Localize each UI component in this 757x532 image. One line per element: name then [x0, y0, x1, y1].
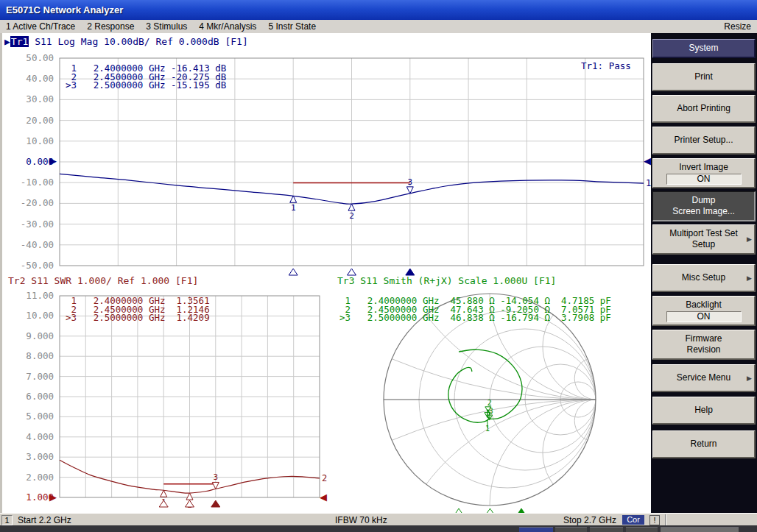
- app-window: E5071C Network Analyzer 1 Active Ch/Trac…: [0, 0, 757, 532]
- y-tick-label: -40.00: [21, 240, 54, 249]
- y-tick-label: 3.000: [26, 452, 54, 461]
- svg-text:1: 1: [291, 203, 296, 213]
- tr2-chart: 2123: [60, 296, 334, 512]
- softkey-invert-image-state: ON: [666, 174, 742, 185]
- softkey-label: Dump: [691, 195, 715, 206]
- tr3-smith-chart: 123: [334, 291, 650, 513]
- tr1-chart: 1123: [60, 58, 651, 280]
- y-tick-label: 6.000: [26, 391, 54, 401]
- active-trace-arrow-icon: ▶: [4, 36, 10, 47]
- softkey-service-menu[interactable]: Service Menu▶: [652, 364, 756, 392]
- alert-indicator: !: [649, 515, 660, 525]
- y-tick-label: 40.00: [26, 74, 54, 83]
- softkey-multiport-test-set-setup[interactable]: Multiport Test SetSetup▶: [652, 224, 756, 255]
- softkey-printer-setup[interactable]: Printer Setup...: [652, 127, 756, 155]
- svg-text:2: 2: [349, 211, 354, 221]
- tr1-badge: Tr1: [10, 36, 29, 47]
- softkey-backlight[interactable]: BacklightON: [652, 296, 756, 326]
- menu-item-4[interactable]: 4 Mkr/Analysis: [193, 21, 262, 32]
- y-tick-label: 10.00: [26, 311, 54, 320]
- svg-text:3: 3: [489, 407, 493, 415]
- status-bar: 1 Start 2.2 GHz IFBW 70 kHz Stop 2.7 GHz…: [0, 513, 757, 526]
- tr1-marker-readout: 1 2.4000000 GHz -16.413 dB 2 2.4500000 G…: [66, 64, 226, 90]
- tr2-marker-readout: 1 2.4000000 GHz 1.3561 2 2.4500000 GHz 1…: [66, 297, 210, 322]
- window-title: E5071C Network Analyzer: [0, 4, 123, 15]
- y-tick-label: 11.00: [26, 291, 54, 300]
- softkey-system[interactable]: System: [652, 39, 756, 58]
- start-frequency-label: Start 2.2 GHz: [18, 515, 71, 525]
- softkey-label: Print: [694, 71, 713, 82]
- y-tick-label: 2.000: [26, 472, 54, 482]
- softkey-dump-screen-image[interactable]: DumpScreen Image...: [652, 191, 756, 221]
- tr2-y-axis: 11.0010.009.0008.0007.0006.0005.0004.000…: [2, 296, 55, 497]
- taskbar-segment: [590, 527, 623, 532]
- softkey-label: Service Menu: [677, 372, 730, 383]
- svg-text:1: 1: [485, 425, 490, 433]
- y-tick-label: -30.00: [21, 219, 54, 229]
- svg-text:2: 2: [487, 399, 492, 407]
- taskbar-partial: [0, 525, 757, 532]
- softkey-return[interactable]: Return: [652, 430, 756, 458]
- resize-button[interactable]: Resize: [724, 21, 757, 32]
- softkey-firmware-revision[interactable]: FirmwareRevision: [652, 330, 756, 360]
- y-tick-label: 7.000: [26, 372, 54, 381]
- softkey-label: Setup: [692, 239, 715, 250]
- display-area: ▶Tr1 S11 Log Mag 10.00dB/ Ref 0.000dB [F…: [0, 33, 651, 513]
- menu-item-1[interactable]: 1 Active Ch/Trace: [0, 21, 81, 32]
- correction-badge: Cor: [622, 515, 644, 525]
- y-tick-label: 5.000: [26, 411, 54, 421]
- channel-indicator: 1: [1, 515, 13, 525]
- softkey-label: Return: [690, 439, 716, 450]
- tr1-header[interactable]: ▶Tr1 S11 Log Mag 10.00dB/ Ref 0.000dB [F…: [4, 37, 248, 46]
- y-tick-label: 50.00: [26, 53, 54, 63]
- svg-text:1: 1: [646, 178, 651, 188]
- y-tick-label: -20.00: [21, 198, 54, 208]
- taskbar-segment: [555, 527, 587, 532]
- tr2-ref-level-arrow-right-icon: ◀: [320, 492, 327, 503]
- tr1-limit-status: Tr1: Pass: [581, 60, 631, 71]
- y-tick-label: 10.00: [26, 136, 54, 146]
- status-divider: [665, 514, 666, 525]
- softkey-backlight-state: ON: [666, 311, 742, 322]
- stop-frequency-label: Stop 2.7 GHz: [563, 515, 616, 525]
- menu-bar: 1 Active Ch/Trace2 Response3 Stimulus4 M…: [0, 20, 757, 34]
- softkey-help[interactable]: Help: [652, 397, 756, 425]
- tr3-marker-readout: 1 2.4000000 GHz 45.880 Ω -14.054 Ω 4.718…: [339, 297, 611, 322]
- taskbar-segment: [626, 527, 658, 532]
- tr2-ref-level-arrow-left-icon: ▶: [49, 492, 57, 503]
- y-tick-label: -50.00: [21, 260, 54, 270]
- submenu-arrow-icon: ▶: [747, 234, 752, 245]
- softkey-invert-image[interactable]: Invert ImageON: [652, 158, 756, 188]
- y-tick-label: 9.000: [26, 331, 54, 341]
- softkey-abort-printing[interactable]: Abort Printing: [652, 95, 756, 123]
- y-tick-label: 4.000: [26, 432, 54, 441]
- softkey-label: System: [689, 43, 718, 54]
- softkey-label: Invert Image: [679, 162, 728, 173]
- tr1-ref-level-arrow-left-icon: ▶: [49, 156, 57, 166]
- svg-text:3: 3: [407, 177, 412, 187]
- tr1-ref-level-arrow-right-icon: ◀: [644, 156, 651, 166]
- menu-item-2[interactable]: 2 Response: [81, 21, 140, 32]
- softkey-misc-setup[interactable]: Misc Setup▶: [652, 264, 756, 292]
- softkey-print[interactable]: Print: [652, 63, 756, 91]
- softkey-label: Misc Setup: [682, 272, 725, 283]
- y-tick-label: 30.00: [26, 94, 54, 104]
- svg-text:2: 2: [322, 473, 327, 483]
- ifbw-label: IFBW 70 kHz: [335, 515, 387, 525]
- submenu-arrow-icon: ▶: [747, 372, 752, 383]
- y-tick-label: 20.00: [26, 116, 54, 125]
- y-tick-label: 8.000: [26, 351, 54, 361]
- softkey-label: Backlight: [686, 299, 722, 311]
- submenu-arrow-icon: ▶: [747, 272, 752, 283]
- softkey-label: Screen Image...: [672, 206, 735, 217]
- menu-item-5[interactable]: 5 Instr State: [262, 21, 322, 32]
- softkey-label: Printer Setup...: [674, 135, 733, 146]
- menu-item-3[interactable]: 3 Stimulus: [140, 21, 193, 32]
- tr1-title: S11 Log Mag 10.00dB/ Ref 0.000dB [F1]: [29, 36, 247, 47]
- softkey-label: Multiport Test Set: [669, 228, 737, 239]
- y-tick-label: -10.00: [21, 177, 54, 187]
- tr1-y-axis: 50.0040.0030.0020.0010.000.000-10.00-20.…: [2, 58, 55, 266]
- svg-text:3: 3: [213, 472, 218, 482]
- softkey-menu: SystemPrintAbort PrintingPrinter Setup..…: [651, 33, 757, 513]
- taskbar-segment: [519, 527, 553, 532]
